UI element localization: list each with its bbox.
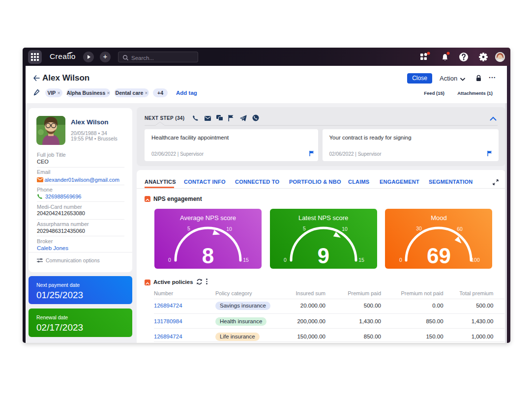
svg-text:10: 10 [342, 226, 348, 232]
svg-text:60: 60 [457, 226, 463, 232]
svg-text:10: 10 [226, 226, 232, 232]
svg-text:5: 5 [187, 225, 190, 231]
svg-text:30: 30 [416, 225, 422, 231]
svg-text:5: 5 [303, 225, 306, 231]
